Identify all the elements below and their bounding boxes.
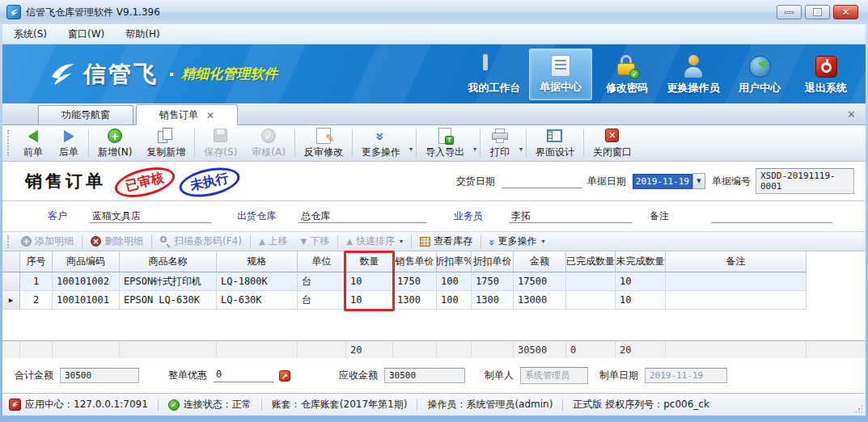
maximize-button[interactable] xyxy=(805,5,830,19)
menu-system[interactable]: 系统(S) xyxy=(14,27,47,41)
remark-field[interactable] xyxy=(711,209,832,223)
column-header[interactable]: 商品名称 xyxy=(120,251,217,272)
nav-user-center[interactable]: 用户中心 xyxy=(728,49,791,100)
discount-field[interactable]: 0 xyxy=(214,369,274,382)
column-header[interactable]: 序号 xyxy=(20,251,53,272)
cell-amount[interactable]: 17500 xyxy=(514,272,566,291)
dropdown-arrow-icon[interactable]: ▾ xyxy=(519,146,523,153)
date-dropdown-button[interactable]: ▼ xyxy=(692,173,705,189)
column-header[interactable]: 备注 xyxy=(666,251,807,272)
minimize-icon xyxy=(785,11,794,14)
double-chevron-icon: » xyxy=(488,238,496,243)
column-header[interactable]: 折扣率% xyxy=(437,251,472,272)
customer-field[interactable]: 蓝猫文具店 xyxy=(90,209,211,223)
cell-qty[interactable]: 10 xyxy=(346,272,393,291)
menu-help[interactable]: 帮助(H) xyxy=(125,27,159,41)
cell-rate[interactable]: 100 xyxy=(437,291,472,310)
status-license: 正式版 授权序列号：pc006_ck xyxy=(573,398,709,411)
close-icon: ✕ xyxy=(841,6,849,18)
column-header[interactable]: 金额 xyxy=(514,251,566,272)
cell-code[interactable]: 100101002 xyxy=(53,272,120,291)
column-header[interactable]: 商品编码 xyxy=(53,251,120,272)
nav-change-password[interactable]: ✓ 修改密码 xyxy=(595,49,658,100)
sort-icon: ▲ xyxy=(346,237,353,246)
cell-undone-qty[interactable]: 10 xyxy=(616,272,666,291)
cell-remark[interactable] xyxy=(666,291,807,310)
column-header[interactable]: 未完成数量 xyxy=(616,251,666,272)
tab-close-icon[interactable]: ✕ xyxy=(206,111,214,120)
cell-unit[interactable]: 台 xyxy=(298,272,346,291)
tab-sales-order[interactable]: 销售订单 ✕ xyxy=(136,104,238,125)
copy-new-button[interactable]: 复制新增 xyxy=(139,126,193,161)
salesman-field[interactable]: 李拓 xyxy=(509,209,632,223)
column-header[interactable]: 规格 xyxy=(217,251,298,272)
monitor-icon xyxy=(483,53,506,78)
cell-rate[interactable]: 100 xyxy=(437,272,472,291)
cell-seq[interactable]: 1 xyxy=(20,272,53,291)
cell-name[interactable]: EPSON LQ-630K xyxy=(120,291,217,310)
cell-seq[interactable]: 2 xyxy=(20,291,53,310)
unaudit-modify-button[interactable]: ✎ 反审修改 xyxy=(297,126,350,161)
next-order-button[interactable]: 后单 xyxy=(51,126,87,161)
cell-price[interactable]: 1750 xyxy=(393,272,437,291)
ui-design-button[interactable]: 界面设计 xyxy=(528,126,582,161)
column-header[interactable]: 数量 xyxy=(346,251,393,272)
cell-name[interactable]: EPSON针式打印机 xyxy=(120,272,217,291)
tabstrip-close-icon[interactable]: ✕ xyxy=(847,108,856,120)
nav-switch-operator[interactable]: 更换操作员 xyxy=(662,49,725,100)
close-button[interactable]: ✕ xyxy=(833,5,858,19)
close-window-button[interactable]: ✕ 关闭窗口 xyxy=(586,126,639,161)
print-button[interactable]: 打印 xyxy=(482,126,518,161)
doc-date-field[interactable]: 2019-11-19 xyxy=(633,174,692,189)
more-actions-button[interactable]: » 更多操作 xyxy=(354,126,408,161)
view-stock-button[interactable]: 查看库存 xyxy=(413,234,479,248)
discount-action-icon[interactable]: ↗ xyxy=(279,370,290,382)
separator xyxy=(82,235,83,248)
delivery-date-field[interactable] xyxy=(502,175,582,188)
cell-remark[interactable] xyxy=(666,272,807,291)
row-selector-cell[interactable]: ▶ xyxy=(2,291,20,310)
cell-done-qty[interactable] xyxy=(566,291,616,310)
cell-done-qty[interactable] xyxy=(566,272,616,291)
toolbar-grip xyxy=(7,130,12,156)
table-row[interactable]: 1 100101002 EPSON针式打印机 LQ-1800K 台 10 175… xyxy=(2,272,866,291)
minimize-button[interactable] xyxy=(777,5,802,19)
cell-undone-qty[interactable]: 10 xyxy=(616,291,666,310)
dropdown-arrow-icon[interactable]: ▾ xyxy=(473,146,476,153)
cell-unit[interactable]: 台 xyxy=(298,291,346,310)
cell-code[interactable]: 100101001 xyxy=(53,291,120,310)
status-app-center: 应用中心：127.0.0.1:7091 xyxy=(9,398,148,411)
warehouse-field[interactable]: 总仓库 xyxy=(299,209,426,223)
audit-button: ✓ 审核(A) xyxy=(244,126,293,161)
detail-grid: 序号 商品编码 商品名称 规格 单位 数量 销售单价 折扣率% 折扣单价 金额 … xyxy=(2,251,866,358)
import-export-button[interactable]: ↑ 导入导出 xyxy=(418,126,472,161)
tab-function-nav[interactable]: 功能导航窗 xyxy=(38,105,133,124)
resize-grip[interactable] xyxy=(854,404,862,412)
salesman-label: 业务员 xyxy=(454,209,483,223)
nav-exit-system[interactable]: 退出系统 xyxy=(794,49,857,100)
cell-spec[interactable]: LQ-630K xyxy=(217,291,298,310)
prev-order-button[interactable]: 前单 xyxy=(15,126,51,161)
column-header[interactable]: 销售单价 xyxy=(393,251,437,272)
cell-price[interactable]: 1300 xyxy=(393,291,437,310)
nav-document-center[interactable]: 单据中心 xyxy=(529,49,592,100)
nav-my-workbench[interactable]: 我的工作台 xyxy=(463,49,526,100)
dropdown-arrow-icon[interactable]: ▾ xyxy=(409,146,413,153)
cell-amount[interactable]: 13000 xyxy=(514,291,566,310)
table-row[interactable]: ▶ 2 100101001 EPSON LQ-630K LQ-630K 台 10… xyxy=(2,291,866,310)
move-down-button: ▼ 下移 xyxy=(294,234,337,248)
separator xyxy=(151,235,152,248)
new-button[interactable]: + 新增(N) xyxy=(91,126,139,161)
cell-dprice[interactable]: 1750 xyxy=(472,272,514,291)
cell-qty[interactable]: 10 xyxy=(346,291,393,310)
column-header[interactable]: 已完成数量 xyxy=(566,251,616,272)
status-operator: 操作员：系统管理员(admin) xyxy=(427,398,553,411)
column-header[interactable]: 单位 xyxy=(298,251,346,272)
cell-spec[interactable]: LQ-1800K xyxy=(217,272,298,291)
detail-more-actions-button[interactable]: » 更多操作 ▾ xyxy=(483,234,551,248)
application-window: 信管飞仓库管理软件 V9.1.396 ✕ 系统(S) 窗口(W) 帮助(H) 信… xyxy=(0,0,868,422)
column-header[interactable]: 折扣单价 xyxy=(472,251,514,272)
menu-window[interactable]: 窗口(W) xyxy=(68,27,104,41)
cell-dprice[interactable]: 1300 xyxy=(472,291,514,310)
row-selector-cell[interactable] xyxy=(2,272,20,291)
